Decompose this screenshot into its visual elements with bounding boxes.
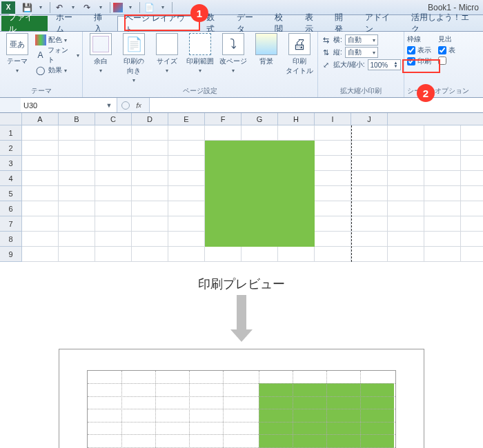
cell[interactable] [22, 247, 59, 262]
cell[interactable] [95, 156, 132, 171]
cell[interactable] [95, 125, 132, 141]
row-header[interactable]: 2 [0, 141, 22, 156]
col-header[interactable]: F [205, 113, 241, 125]
cell[interactable] [351, 156, 388, 171]
tab-formulas[interactable]: 数式 [199, 16, 230, 31]
name-box-dropdown-icon[interactable]: ▼ [104, 102, 114, 109]
cell[interactable] [388, 125, 424, 141]
themes-button[interactable]: 亜あ テーマ ▾ [3, 33, 32, 74]
cell[interactable] [424, 247, 461, 262]
cell[interactable] [351, 201, 388, 216]
cell[interactable] [132, 201, 168, 216]
cell[interactable] [59, 216, 95, 232]
cell[interactable] [461, 232, 483, 247]
cell[interactable] [59, 186, 95, 201]
scale-spinner[interactable]: 100%▲▼ [368, 59, 401, 70]
col-header[interactable]: B [59, 113, 95, 125]
cell[interactable] [95, 247, 132, 262]
cell[interactable] [424, 141, 461, 156]
name-box[interactable]: U30 ▼ [21, 98, 117, 112]
cell[interactable] [22, 216, 59, 232]
row-header[interactable]: 3 [0, 156, 22, 171]
spinner-buttons[interactable]: ▲▼ [394, 61, 398, 68]
cell[interactable] [59, 125, 95, 141]
cell[interactable] [388, 216, 424, 232]
headings-print-checkbox[interactable] [438, 57, 455, 65]
col-header[interactable]: G [241, 113, 278, 125]
tab-insert[interactable]: 挿入 [87, 16, 117, 31]
cell[interactable] [424, 171, 461, 186]
cell[interactable] [95, 171, 132, 186]
col-header[interactable]: J [351, 113, 388, 125]
cell[interactable] [205, 125, 241, 141]
tab-developer[interactable]: 開発 [328, 16, 358, 31]
cell[interactable] [424, 201, 461, 216]
cell[interactable] [95, 216, 132, 232]
effects-button[interactable]: ◯効果▾ [35, 63, 79, 77]
cell[interactable] [351, 125, 388, 141]
fill-color-icon[interactable] [113, 3, 123, 12]
cell[interactable] [132, 171, 168, 186]
cell[interactable] [168, 201, 205, 216]
print-area-button[interactable]: 印刷範囲▾ [185, 33, 215, 74]
select-all-corner[interactable] [0, 113, 22, 125]
cell[interactable] [315, 125, 351, 141]
cell[interactable] [424, 216, 461, 232]
cell[interactable] [168, 232, 205, 247]
col-header[interactable]: D [132, 113, 168, 125]
cell[interactable] [22, 201, 59, 216]
cell[interactable] [132, 216, 168, 232]
cell[interactable] [22, 141, 59, 156]
colors-button[interactable]: 配色▾ [35, 33, 79, 47]
col-header[interactable]: E [168, 113, 205, 125]
cell[interactable] [278, 125, 315, 141]
cell[interactable] [461, 186, 483, 201]
cell[interactable] [424, 156, 461, 171]
cell[interactable] [424, 186, 461, 201]
col-header[interactable]: I [315, 113, 351, 125]
cell[interactable] [168, 171, 205, 186]
cell[interactable] [388, 171, 424, 186]
cell[interactable] [315, 141, 351, 156]
cell[interactable] [59, 201, 95, 216]
cell[interactable] [315, 247, 351, 262]
cell[interactable] [351, 171, 388, 186]
cell[interactable] [461, 216, 483, 232]
gridlines-view-checkbox[interactable]: 表示 [407, 45, 431, 55]
cell[interactable] [241, 125, 278, 141]
tab-view[interactable]: 表示 [298, 16, 328, 31]
cell[interactable] [22, 156, 59, 171]
cell[interactable] [388, 232, 424, 247]
cell[interactable] [461, 141, 483, 156]
cell[interactable] [461, 125, 483, 141]
cell[interactable] [461, 156, 483, 171]
cell[interactable] [168, 125, 205, 141]
cell[interactable] [22, 186, 59, 201]
worksheet[interactable]: A B C D E F G H I J 1 2 3 4 5 6 7 8 9 //… [0, 113, 483, 263]
cell[interactable] [132, 156, 168, 171]
cell[interactable] [59, 141, 95, 156]
cell[interactable] [351, 216, 388, 232]
cell[interactable] [95, 141, 132, 156]
checkbox-icon[interactable] [407, 57, 415, 65]
cell[interactable] [424, 125, 461, 141]
tab-home[interactable]: ホーム [49, 16, 87, 31]
breaks-button[interactable]: ⤵改ページ▾ [218, 33, 248, 74]
tab-addins[interactable]: アドイン [358, 16, 404, 31]
cell[interactable] [388, 201, 424, 216]
cell[interactable] [315, 171, 351, 186]
col-header[interactable]: C [95, 113, 132, 125]
row-header[interactable]: 5 [0, 186, 22, 201]
cell[interactable] [351, 232, 388, 247]
cell[interactable] [132, 247, 168, 262]
tab-extra[interactable]: 活用しよう！エク [404, 16, 483, 31]
formula-input[interactable] [149, 98, 483, 112]
cell[interactable] [315, 216, 351, 232]
cell[interactable] [59, 171, 95, 186]
headings-view-checkbox[interactable]: 表 [438, 45, 455, 55]
col-header[interactable]: A [22, 113, 59, 125]
cell[interactable] [22, 232, 59, 247]
file-tab[interactable]: ファイル [1, 16, 48, 31]
cell[interactable] [95, 186, 132, 201]
cell[interactable] [315, 232, 351, 247]
